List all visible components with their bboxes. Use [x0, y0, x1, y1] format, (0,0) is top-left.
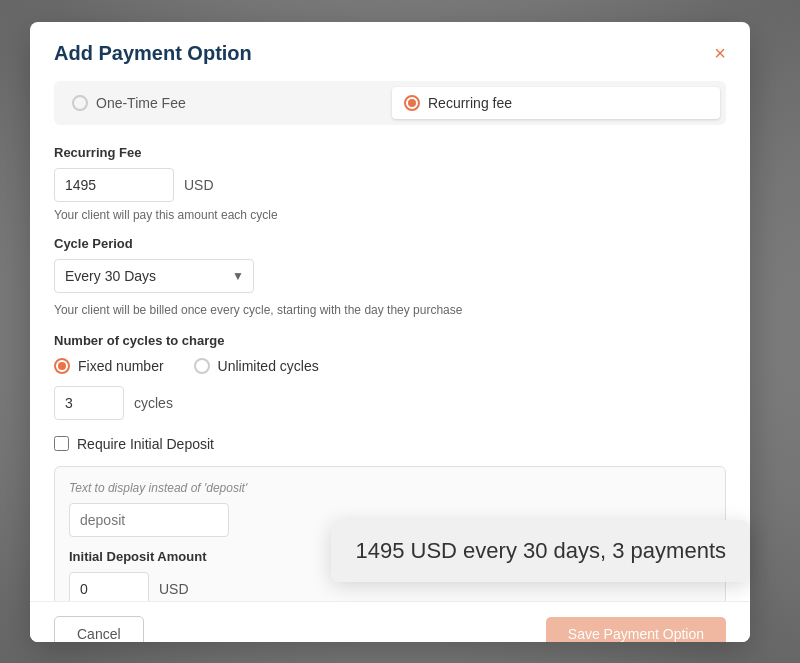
modal-header: Add Payment Option × [30, 22, 750, 81]
close-button[interactable]: × [714, 42, 726, 65]
tab-recurring-label: Recurring fee [428, 95, 512, 111]
fixed-radio-icon [54, 358, 70, 374]
deposit-hint: Text to display instead of 'deposit' [69, 481, 711, 495]
cycles-suffix: cycles [134, 395, 173, 411]
cycle-period-section: Cycle Period Every 30 Days Every 7 Days … [54, 236, 726, 317]
deposit-name-input[interactable] [69, 503, 229, 537]
cycle-period-select[interactable]: Every 30 Days Every 7 Days Every 14 Days… [54, 259, 254, 293]
fixed-number-label: Fixed number [78, 358, 164, 374]
unlimited-radio-icon [194, 358, 210, 374]
recurring-radio-icon [404, 95, 420, 111]
recurring-fee-row: USD [54, 168, 726, 202]
unlimited-cycles-option[interactable]: Unlimited cycles [194, 358, 319, 374]
currency-label: USD [184, 177, 214, 193]
deposit-currency-label: USD [159, 581, 189, 597]
deposit-checkbox[interactable] [54, 436, 69, 451]
recurring-fee-input[interactable] [54, 168, 174, 202]
billing-note: Your client will be billed once every cy… [54, 303, 726, 317]
recurring-fee-label: Recurring Fee [54, 145, 726, 160]
cycles-label: Number of cycles to charge [54, 333, 726, 348]
save-button[interactable]: Save Payment Option [546, 617, 726, 642]
modal-footer: Cancel Save Payment Option [30, 601, 750, 642]
tab-row: One-Time Fee Recurring fee [54, 81, 726, 125]
tab-recurring[interactable]: Recurring fee [392, 87, 720, 119]
cycles-count-input[interactable] [54, 386, 124, 420]
tab-one-time[interactable]: One-Time Fee [60, 87, 388, 119]
deposit-amount-input[interactable] [69, 572, 149, 601]
one-time-radio-icon [72, 95, 88, 111]
recurring-fee-section: Recurring Fee USD Your client will pay t… [54, 145, 726, 222]
fixed-number-option[interactable]: Fixed number [54, 358, 164, 374]
deposit-checkbox-row: Require Initial Deposit [54, 436, 726, 452]
cycles-section: Number of cycles to charge Fixed number … [54, 333, 726, 420]
cycles-input-row: cycles [54, 386, 726, 420]
modal-title: Add Payment Option [54, 42, 252, 65]
cycle-period-select-wrapper: Every 30 Days Every 7 Days Every 14 Days… [54, 259, 254, 293]
cycle-period-label: Cycle Period [54, 236, 726, 251]
unlimited-cycles-label: Unlimited cycles [218, 358, 319, 374]
cancel-button[interactable]: Cancel [54, 616, 144, 642]
recurring-fee-hint: Your client will pay this amount each cy… [54, 208, 726, 222]
deposit-checkbox-label: Require Initial Deposit [77, 436, 214, 452]
summary-tooltip: 1495 USD every 30 days, 3 payments [331, 520, 750, 582]
tooltip-text: 1495 USD every 30 days, 3 payments [355, 538, 726, 563]
cycles-radio-group: Fixed number Unlimited cycles [54, 358, 726, 374]
tab-one-time-label: One-Time Fee [96, 95, 186, 111]
